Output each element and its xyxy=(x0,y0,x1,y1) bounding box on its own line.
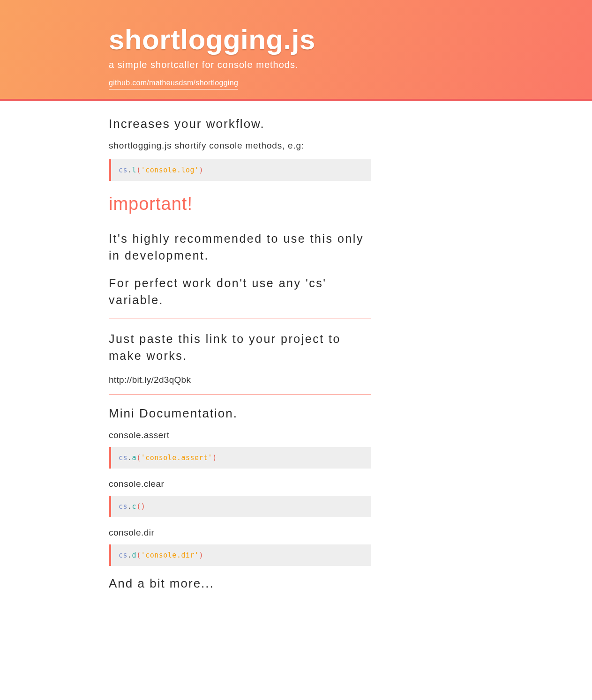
important-line-2: For perfect work don't use any 'cs' vari… xyxy=(109,275,371,309)
divider xyxy=(109,395,371,395)
install-link[interactable]: http://bit.ly/2d3qQbk xyxy=(109,375,371,385)
code-token-open: ( xyxy=(136,454,141,462)
doc-codeblock: cs.d('console.dir') xyxy=(109,544,371,566)
code-token-str: 'console.dir' xyxy=(141,551,199,559)
code-token-str: 'console.assert' xyxy=(141,454,213,462)
code-token-open: ( xyxy=(136,551,141,559)
intro-heading: Increases your workflow. xyxy=(109,117,371,131)
intro-desc: shortlogging.js shortify console methods… xyxy=(109,141,371,151)
docs-heading: Mini Documentation. xyxy=(109,406,371,421)
doc-label: console.clear xyxy=(109,479,371,489)
code-token-open: ( xyxy=(136,166,141,174)
doc-codeblock: cs.a('console.assert') xyxy=(109,447,371,469)
code-token-dot: . xyxy=(127,454,132,462)
doc-codeblock: cs.c() xyxy=(109,496,371,517)
intro-codeblock: cs.l('console.log') xyxy=(109,159,371,181)
install-heading: Just paste this link to your project to … xyxy=(109,330,371,365)
github-link[interactable]: github.com/matheusdsm/shortlogging xyxy=(109,79,238,89)
code-token-fn: l xyxy=(132,166,137,174)
code-token-str: 'console.log' xyxy=(141,166,199,174)
code-token-close: ) xyxy=(199,166,204,174)
important-line-1: It's highly recommended to use this only… xyxy=(109,230,371,264)
code-token-obj: cs xyxy=(119,502,127,511)
important-heading: important! xyxy=(109,194,371,214)
docs-more: And a bit more... xyxy=(109,576,371,591)
code-token-fn: a xyxy=(132,454,137,462)
code-token-dot: . xyxy=(127,166,132,174)
code-token-fn: c xyxy=(132,502,137,511)
code-token-obj: cs xyxy=(119,551,127,559)
code-token-dot: . xyxy=(127,502,132,511)
doc-label: console.dir xyxy=(109,528,371,538)
doc-label: console.assert xyxy=(109,430,371,440)
code-token-close: ) xyxy=(199,551,204,559)
code-token-fn: d xyxy=(132,551,137,559)
code-token-close: ) xyxy=(212,454,217,462)
code-token-dot: . xyxy=(127,551,132,559)
code-token-obj: cs xyxy=(119,166,127,174)
divider xyxy=(109,319,371,319)
page-title: shortlogging.js xyxy=(109,26,371,54)
page-header: shortlogging.js a simple shortcaller for… xyxy=(0,0,592,101)
code-token-open: ( xyxy=(136,502,141,511)
code-token-close: ) xyxy=(141,502,146,511)
code-token-obj: cs xyxy=(119,454,127,462)
page-subtitle: a simple shortcaller for console methods… xyxy=(109,60,371,70)
